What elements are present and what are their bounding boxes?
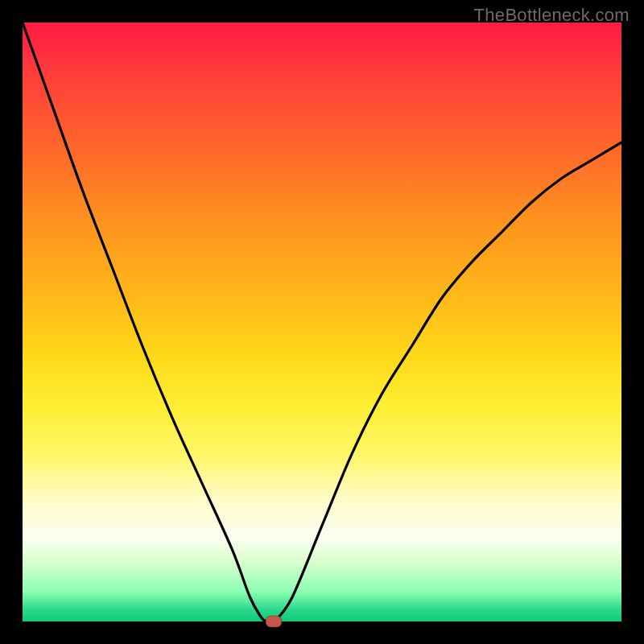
chart-frame: TheBottleneck.com	[0, 0, 644, 644]
watermark-text: TheBottleneck.com	[474, 5, 630, 26]
curve-path	[23, 23, 621, 621]
gradient-plot-area	[23, 23, 621, 621]
optimal-point-marker	[266, 616, 282, 628]
bottleneck-curve	[23, 23, 621, 621]
